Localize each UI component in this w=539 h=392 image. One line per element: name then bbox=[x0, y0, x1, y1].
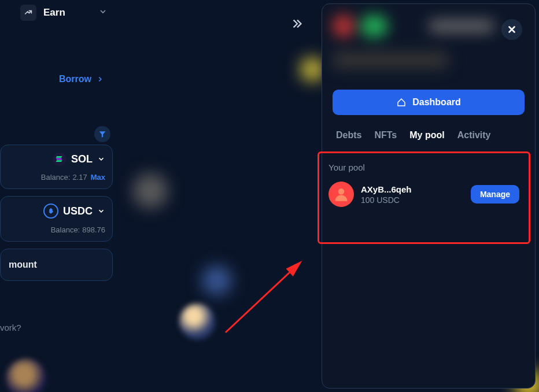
tab-debts[interactable]: Debts bbox=[336, 130, 361, 140]
pool-item: AXyB...6qeh 100 USDC Manage bbox=[328, 182, 519, 207]
filter-icon bbox=[98, 130, 106, 138]
earn-nav-label[interactable]: Earn bbox=[43, 7, 65, 19]
sol-balance-label: Balance: bbox=[41, 173, 71, 182]
breadcrumb-borrow[interactable]: Borrow bbox=[59, 74, 104, 84]
tab-activity[interactable]: Activity bbox=[457, 130, 491, 140]
left-panel: SOL Balance: 2.17 Max $ USDC Balance: 89… bbox=[0, 145, 113, 281]
pool-avatar bbox=[328, 182, 354, 207]
usdc-balance-value: 898.76 bbox=[82, 225, 105, 234]
sol-balance-value: 2.17 bbox=[72, 173, 87, 182]
home-icon bbox=[396, 97, 407, 108]
chevron-down-icon[interactable] bbox=[97, 155, 105, 163]
sol-token-name: SOL bbox=[71, 153, 93, 165]
borrow-link-label: Borrow bbox=[59, 74, 91, 84]
earn-icon-box[interactable] bbox=[20, 5, 36, 21]
your-pool-label: Your pool bbox=[328, 162, 519, 172]
pool-id: AXyB...6qeh bbox=[361, 184, 464, 194]
trend-up-icon bbox=[24, 8, 33, 17]
decorative-orb bbox=[179, 304, 215, 339]
pool-amount: 100 USDC bbox=[361, 195, 464, 205]
decorative-orb bbox=[202, 266, 231, 295]
svg-line-6 bbox=[226, 263, 300, 332]
tab-nfts[interactable]: NFTs bbox=[374, 130, 397, 140]
filter-button[interactable] bbox=[94, 126, 110, 142]
usdc-balance-label: Balance: bbox=[51, 225, 80, 234]
close-icon bbox=[507, 24, 517, 35]
chevron-right-icon bbox=[96, 75, 104, 83]
work-text: vork? bbox=[0, 323, 21, 332]
sol-token-card: SOL Balance: 2.17 Max bbox=[0, 145, 113, 189]
svg-text:$: $ bbox=[50, 208, 53, 214]
sol-token-icon bbox=[53, 152, 67, 166]
chevron-down-icon[interactable] bbox=[97, 207, 105, 215]
dashboard-label: Dashboard bbox=[412, 97, 461, 108]
svg-point-4 bbox=[338, 188, 345, 195]
panel-tabs: Debts NFTs My pool Activity bbox=[333, 130, 525, 140]
amount-label: mount bbox=[9, 260, 37, 269]
annotation-arrow bbox=[220, 254, 312, 341]
usdc-token-icon: $ bbox=[43, 204, 58, 219]
manage-button[interactable]: Manage bbox=[471, 185, 519, 204]
decorative-orb bbox=[6, 358, 46, 392]
chevron-double-right-icon bbox=[291, 17, 304, 30]
svg-marker-0 bbox=[99, 131, 106, 138]
dashboard-button[interactable]: Dashboard bbox=[333, 90, 525, 115]
tab-mypool[interactable]: My pool bbox=[409, 130, 444, 140]
wallet-header-blurred bbox=[333, 14, 494, 84]
collapse-button[interactable] bbox=[291, 17, 304, 32]
max-button[interactable]: Max bbox=[91, 173, 105, 182]
usdc-token-card: $ USDC Balance: 898.76 bbox=[0, 196, 113, 242]
usdc-token-name: USDC bbox=[63, 205, 93, 217]
pool-highlight-box: Your pool AXyB...6qeh 100 USDC Manage bbox=[318, 151, 530, 244]
close-button[interactable] bbox=[501, 19, 522, 40]
decorative-orb bbox=[301, 58, 324, 81]
person-icon bbox=[333, 186, 349, 202]
top-nav: Earn bbox=[20, 5, 108, 21]
chevron-down-icon[interactable] bbox=[98, 7, 108, 19]
amount-card[interactable]: mount bbox=[0, 249, 113, 281]
decorative-orb bbox=[133, 173, 168, 208]
